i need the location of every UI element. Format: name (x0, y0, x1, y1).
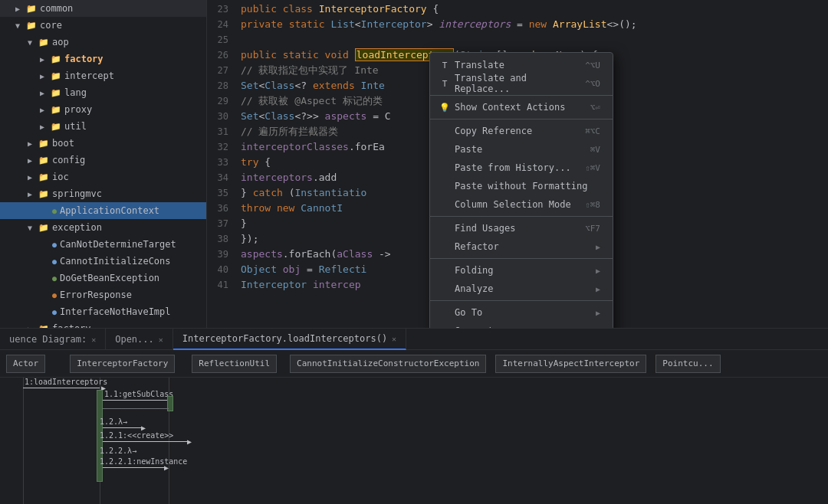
sidebar-item-intercept[interactable]: ▶ 📁 intercept (0, 67, 206, 84)
menu-shortcut: ⌥⏎ (590, 103, 600, 113)
folder-icon: 📁 (51, 88, 61, 98)
sidebar-item-common[interactable]: ▶ 📁 common (0, 0, 206, 17)
menu-shortcut: ⇧⌘8 (585, 200, 600, 210)
sidebar-item-label: CannotInitializeCons (60, 256, 171, 267)
sidebar-item-factory-bottom[interactable]: ▶ 📁 factory (0, 320, 206, 328)
sidebar-item-exception[interactable]: ▼ 📁 exception (0, 219, 206, 236)
sidebar-item-factory[interactable]: ▶ 📁 factory (0, 51, 206, 67)
actor-reflectionutil: ReflectionUtil (192, 355, 277, 373)
chevron-right-icon: ▶ (28, 156, 38, 165)
folder-icon: 📁 (38, 172, 49, 182)
sequence-area: Actor InterceptorFactory ReflectionUtil … (0, 350, 828, 504)
folder-icon: 📁 (38, 189, 49, 199)
tab-open[interactable]: Open... ✕ (106, 329, 173, 350)
sidebar-item-label: ApplicationContext (60, 205, 159, 216)
menu-item-folding[interactable]: Folding ▶ (430, 261, 613, 280)
folder-icon: 📁 (51, 71, 61, 81)
translate-icon: T (439, 60, 450, 70)
sidebar-item-cannotdetermine[interactable]: ● CanNotDetermineTarget (0, 236, 206, 253)
menu-item-refactor[interactable]: Refactor ▶ (430, 237, 613, 256)
tab-interceptor-factory[interactable]: InterceptorFactory.loadInterceptors() ✕ (173, 329, 406, 350)
actor-internallyaspect: InternallyAspectInterceptor (495, 355, 646, 373)
sidebar-item-ioc[interactable]: ▶ 📁 ioc (0, 169, 206, 185)
menu-item-paste-no-format[interactable]: Paste without Formatting (430, 177, 613, 195)
sidebar-item-errorresponse[interactable]: ● ErrorResponse (0, 286, 206, 303)
chevron-right-icon: ▶ (28, 190, 38, 198)
menu-item-label: Show Context Actions (455, 102, 566, 113)
menu-separator (430, 258, 613, 259)
sidebar-item-label: common (40, 3, 73, 14)
close-icon[interactable]: ✕ (159, 335, 163, 344)
chevron-right-icon: ▶ (28, 173, 38, 182)
sidebar-item-canotinitialize[interactable]: ● CannotInitializeCons (0, 253, 206, 270)
menu-item-label: Find Usages (455, 223, 515, 234)
chevron-right-icon: ▶ (40, 89, 51, 97)
sidebar-item-label: util (64, 121, 87, 132)
seq-actors: Actor InterceptorFactory ReflectionUtil … (0, 350, 828, 378)
seq-label-getsubclass: 1.1:getSubClass (104, 390, 173, 398)
file-icon: ● (52, 241, 57, 249)
line-numbers: 23 24 25 26 27 28 29 30 31 32 33 34 35 3… (207, 0, 235, 328)
menu-separator (430, 95, 613, 96)
sidebar-item-label: ErrorResponse (60, 290, 132, 300)
menu-item-label: Translate and Replace... (455, 73, 585, 94)
sidebar-item-springmvc[interactable]: ▶ 📁 springmvc (0, 185, 206, 202)
sidebar-item-label: core (40, 20, 62, 31)
menu-item-copy-reference[interactable]: Copy Reference ⌘⌥C (430, 122, 613, 140)
sidebar-item-config[interactable]: ▶ 📁 config (0, 152, 206, 169)
sidebar-item-label: config (52, 155, 85, 165)
menu-item-label: Column Selection Mode (455, 199, 571, 210)
chevron-down-icon: ▼ (28, 38, 38, 47)
copy-icon (439, 126, 450, 136)
menu-item-column-selection[interactable]: Column Selection Mode ⇧⌘8 (430, 195, 613, 214)
code-line: public class InterceptorFactory { (241, 2, 828, 17)
file-icon: ● (52, 207, 57, 215)
close-icon[interactable]: ✕ (392, 335, 396, 343)
sidebar-item-lang[interactable]: ▶ 📁 lang (0, 84, 206, 101)
sidebar-item-interfacenothaveimpl[interactable]: ● InterfaceNotHaveImpl (0, 303, 206, 320)
sidebar-item-core[interactable]: ▼ 📁 core (0, 17, 206, 34)
code-line (241, 32, 828, 47)
chevron-down-icon: ▼ (28, 224, 38, 232)
sidebar-item-aop[interactable]: ▼ 📁 aop (0, 34, 206, 51)
menu-item-label: Copy Reference (455, 126, 532, 136)
seq-diagram: ▶ 1:loadInterceptors ▶ 1.1:getSubClass (0, 378, 828, 504)
sidebar-item-applicationcontext[interactable]: ● ApplicationContext (0, 202, 206, 219)
file-icon: ● (52, 308, 57, 316)
folder-icon: 📁 (38, 223, 49, 233)
menu-item-goto[interactable]: Go To ▶ (430, 303, 613, 322)
sidebar-item-boot[interactable]: ▶ 📁 boot (0, 135, 206, 152)
lifeline-actor (23, 378, 24, 504)
menu-item-analyze[interactable]: Analyze ▶ (430, 280, 613, 298)
menu-item-generate[interactable]: Generate... ⌘N (430, 322, 613, 328)
chevron-right-icon: ▶ (15, 5, 26, 13)
sidebar-item-dogetbean[interactable]: ● DoGetBeanException (0, 270, 206, 286)
translate-replace-icon: T (439, 78, 450, 89)
folding-icon (439, 265, 450, 276)
chevron-right-icon: ▶ (40, 55, 51, 64)
chevron-right-icon: ▶ (40, 123, 51, 131)
menu-item-translate-replace[interactable]: T Translate and Replace... ^⌥O (430, 74, 613, 93)
menu-item-paste[interactable]: Paste ⌘V (430, 140, 613, 159)
menu-item-label: Analyze (455, 283, 494, 294)
tab-label: uence Diagram: (9, 334, 87, 345)
menu-item-label: Refactor (455, 241, 499, 252)
bulb-icon: 💡 (439, 102, 450, 113)
menu-item-translate[interactable]: T Translate ^⌥U (430, 56, 613, 74)
menu-item-context-actions[interactable]: 💡 Show Context Actions ⌥⏎ (430, 98, 613, 116)
actor-cannotinit: CannotInitializeConstructorException (290, 355, 486, 373)
menu-item-find-usages[interactable]: Find Usages ⌥F7 (430, 219, 613, 237)
folder-icon: 📁 (26, 21, 37, 31)
seq-call-newinstance: ▶ (103, 463, 169, 472)
sidebar-item-label: intercept (64, 70, 114, 81)
tab-sequence-diagram[interactable]: uence Diagram: ✕ (0, 329, 106, 350)
sidebar-item-proxy[interactable]: ▶ 📁 proxy (0, 101, 206, 118)
file-icon: ● (52, 291, 57, 299)
sidebar-item-label: aop (52, 37, 69, 47)
close-icon[interactable]: ✕ (91, 335, 96, 344)
sidebar-item-label: DoGetBeanException (60, 273, 159, 283)
sidebar-item-util[interactable]: ▶ 📁 util (0, 118, 206, 135)
folder-icon: 📁 (26, 4, 37, 14)
menu-shortcut: ⌘⌥C (585, 126, 600, 136)
menu-item-paste-history[interactable]: Paste from History... ⇧⌘V (430, 159, 613, 177)
